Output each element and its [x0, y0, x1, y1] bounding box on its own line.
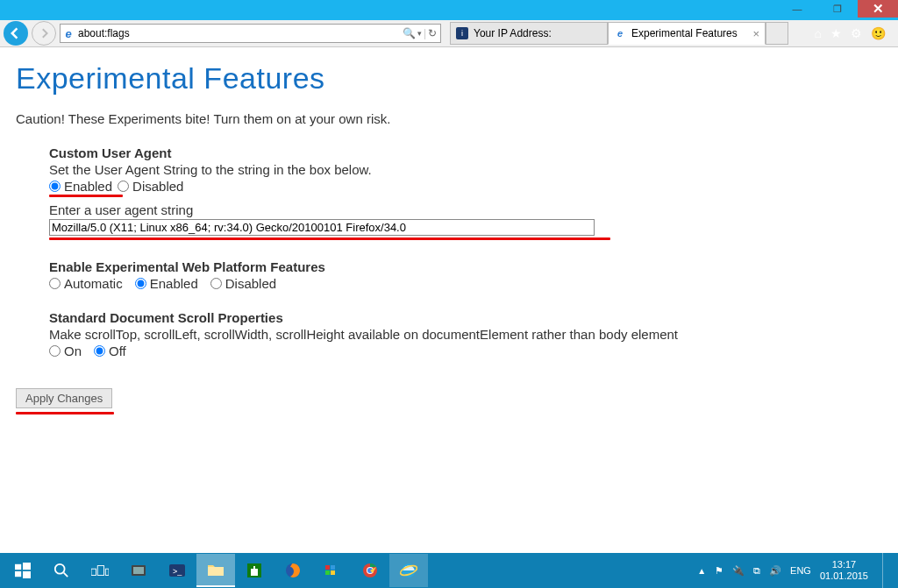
svg-text:>_: >_ [173, 567, 182, 576]
browser-toolbar: e about:flags 🔍 ▾ | ↻ i Your IP Address:… [0, 20, 898, 47]
taskbar-app-store[interactable] [235, 554, 274, 587]
page-title: Experimental Features [16, 61, 882, 96]
taskbar-app-keepass[interactable] [312, 554, 351, 587]
tray-language[interactable]: ENG [790, 565, 811, 576]
radio-wp-automatic[interactable]: Automatic [49, 276, 123, 291]
radio-ua-enabled[interactable]: Enabled [49, 179, 112, 194]
caution-text: Caution! These Experiments bite! Turn th… [16, 111, 882, 126]
search-button[interactable] [42, 554, 81, 587]
section-heading: Custom User Agent [49, 145, 856, 160]
section-desc: Set the User Agent String to the string … [49, 162, 856, 177]
svg-rect-3 [23, 571, 31, 578]
tab-label: Your IP Address: [474, 27, 552, 39]
tools-icon[interactable]: ⚙ [851, 26, 862, 40]
svg-rect-6 [91, 569, 96, 575]
ua-input-label: Enter a user agent string [49, 202, 856, 217]
svg-rect-16 [325, 565, 330, 570]
section-custom-user-agent: Custom User Agent Set the User Agent Str… [49, 145, 856, 240]
back-button[interactable] [4, 21, 28, 46]
svg-rect-17 [331, 565, 335, 570]
svg-rect-2 [15, 571, 21, 577]
taskbar-app-explorer[interactable] [196, 554, 235, 587]
taskbar: >_ ▲ ⚑ 🔌 ⧉ 🔊 ENG 13:17 01.01.2015 [0, 553, 898, 588]
section-desc: Make scrollTop, scrollLeft, scrollWidth,… [49, 327, 856, 342]
user-agent-input[interactable] [49, 219, 595, 236]
refresh-icon[interactable]: ↻ [428, 27, 437, 39]
apply-changes-button[interactable]: Apply Changes [16, 388, 112, 408]
forward-button[interactable] [32, 21, 56, 46]
radio-ua-disabled[interactable]: Disabled [118, 179, 183, 194]
tab-strip: i Your IP Address: e Experimental Featur… [450, 22, 802, 45]
home-icon[interactable]: ⌂ [815, 26, 822, 40]
browser-right-controls: ⌂ ★ ⚙ 🙂 [806, 26, 894, 40]
svg-point-4 [55, 564, 65, 574]
section-web-platform: Enable Experimental Web Platform Feature… [49, 259, 856, 291]
task-view-button[interactable] [81, 554, 119, 587]
window-title-bar: — ❐ ✕ [0, 0, 898, 20]
tab-close-button[interactable]: × [752, 27, 759, 40]
radio-input[interactable] [118, 181, 129, 192]
ie-favicon-icon: e [614, 27, 626, 39]
tab-your-ip-address[interactable]: i Your IP Address: [450, 22, 608, 45]
radio-scroll-off[interactable]: Off [94, 344, 126, 358]
address-bar[interactable]: e about:flags 🔍 ▾ | ↻ [60, 24, 441, 43]
window-minimize-button[interactable]: — [777, 0, 817, 18]
section-heading: Standard Document Scroll Properties [49, 310, 856, 325]
section-scroll-properties: Standard Document Scroll Properties Make… [49, 310, 856, 358]
show-desktop-button[interactable] [882, 553, 889, 588]
start-button[interactable] [4, 554, 42, 587]
page-content: Experimental Features Caution! These Exp… [0, 47, 898, 423]
tray-volume-icon[interactable]: 🔊 [769, 565, 781, 577]
tray-action-center-icon[interactable]: ⚑ [715, 565, 723, 577]
taskbar-app-server-manager[interactable] [119, 554, 158, 587]
ie-favicon-icon: e [61, 27, 76, 40]
system-tray: ▲ ⚑ 🔌 ⧉ 🔊 ENG 13:17 01.01.2015 [697, 553, 894, 588]
svg-rect-10 [133, 567, 144, 574]
address-dropdown-icon[interactable]: ▾ [417, 29, 422, 38]
svg-rect-1 [23, 563, 31, 570]
tray-power-icon[interactable]: 🔌 [732, 565, 745, 577]
annotation-underline [49, 195, 123, 197]
tray-chevron-up-icon[interactable]: ▲ [697, 566, 706, 576]
tray-network-icon[interactable]: ⧉ [753, 565, 760, 577]
search-dropdown-icon[interactable]: 🔍 [403, 27, 416, 39]
radio-input[interactable] [49, 181, 61, 192]
tab-experimental-features[interactable]: e Experimental Features × [608, 22, 766, 45]
svg-rect-7 [97, 566, 103, 576]
smiley-icon[interactable]: 🙂 [871, 26, 886, 40]
tab-label: Experimental Features [631, 27, 738, 39]
svg-rect-19 [331, 570, 335, 575]
svg-rect-13 [208, 567, 224, 576]
info-favicon-icon: i [456, 27, 468, 39]
radio-wp-disabled[interactable]: Disabled [210, 276, 276, 291]
window-close-button[interactable]: ✕ [858, 0, 898, 18]
section-heading: Enable Experimental Web Platform Feature… [49, 259, 856, 274]
new-tab-button[interactable] [766, 22, 788, 45]
annotation-underline [49, 237, 610, 240]
taskbar-app-chrome[interactable] [351, 554, 389, 587]
svg-rect-8 [105, 569, 109, 575]
favorites-icon[interactable]: ★ [830, 26, 842, 40]
taskbar-app-firefox[interactable] [274, 554, 312, 587]
svg-rect-18 [325, 570, 330, 575]
svg-line-5 [64, 573, 68, 577]
annotation-underline [16, 412, 114, 414]
svg-rect-0 [15, 564, 21, 570]
taskbar-app-internet-explorer[interactable] [389, 554, 428, 587]
window-maximize-button[interactable]: ❐ [817, 0, 858, 18]
tray-clock[interactable]: 13:17 01.01.2015 [820, 559, 868, 582]
radio-wp-enabled[interactable]: Enabled [135, 276, 198, 291]
taskbar-app-powershell[interactable]: >_ [158, 554, 196, 587]
radio-scroll-on[interactable]: On [49, 344, 82, 358]
address-text: about:flags [76, 27, 399, 39]
